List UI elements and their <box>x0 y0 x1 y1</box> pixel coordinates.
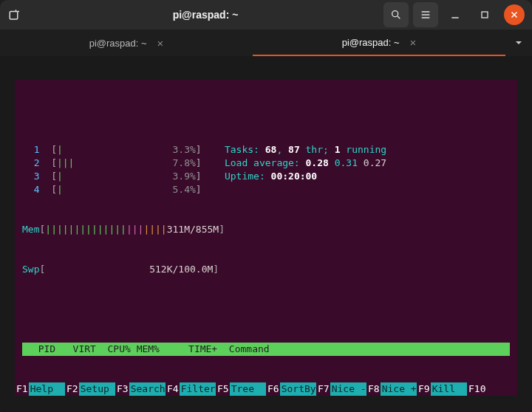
tab-menu-button[interactable] <box>505 30 532 56</box>
fn-F1[interactable]: F1Help <box>15 382 65 396</box>
close-icon[interactable]: × <box>410 36 417 49</box>
tab-label: pi@raspad: ~ <box>89 38 147 49</box>
fn-F7[interactable]: F7Nice - <box>316 382 366 396</box>
svg-rect-0 <box>10 12 18 20</box>
cpu-meter-4: 4 [| 5.4%] <box>22 183 510 196</box>
close-button[interactable] <box>504 4 525 25</box>
new-tab-button[interactable] <box>0 0 30 30</box>
mem-meter: Mem[|||||||||||||||||||||311M/855M] <box>22 223 510 236</box>
terminal-viewport[interactable]: 1 [| 3.3%] Tasks: 68, 87 thr; 1 running2… <box>15 80 517 396</box>
fn-F3[interactable]: F3Search <box>115 382 166 396</box>
htop: 1 [| 3.3%] Tasks: 68, 87 thr; 1 running2… <box>15 106 517 396</box>
fn-F4[interactable]: F4Filter <box>166 382 216 396</box>
minimize-button[interactable] <box>443 2 468 27</box>
fn-F2[interactable]: F2Setup <box>65 382 115 396</box>
tab-label: pi@raspad: ~ <box>342 37 400 48</box>
process-header[interactable]: PID VIRT CPU% MEM% TIME+ Command <box>22 343 510 356</box>
swap-meter: Swp[ 512K/100.0M] <box>22 263 510 276</box>
cpu-meter-3: 3 [| 3.9%] Uptime: 00:20:00 <box>22 170 510 183</box>
search-button[interactable] <box>383 2 409 27</box>
fn-F10[interactable]: F10 <box>467 382 517 396</box>
hamburger-menu-button[interactable] <box>413 2 438 27</box>
window-title: pi@raspad: ~ <box>173 9 239 21</box>
maximize-button[interactable] <box>472 2 497 27</box>
tab-strip: pi@raspad: ~ × pi@raspad: ~ × <box>0 30 532 56</box>
fn-F9[interactable]: F9Kill <box>417 382 467 396</box>
cpu-meter-2: 2 [||| 7.8%] Load average: 0.28 0.31 0.2… <box>22 157 510 170</box>
tab-1[interactable]: pi@raspad: ~ × <box>253 30 505 56</box>
titlebar: pi@raspad: ~ <box>0 0 532 30</box>
close-icon[interactable]: × <box>157 37 164 49</box>
tab-0[interactable]: pi@raspad: ~ × <box>0 30 253 56</box>
function-key-bar: F1Help F2Setup F3SearchF4FilterF5Tree F6… <box>15 382 517 396</box>
svg-point-1 <box>392 11 398 17</box>
terminal-window: pi@raspad: ~ pi@raspad: ~ × pi@raspad: ~… <box>0 0 532 412</box>
fn-F6[interactable]: F6SortBy <box>266 382 316 396</box>
fn-F8[interactable]: F8Nice + <box>366 382 417 396</box>
fn-F5[interactable]: F5Tree <box>216 382 266 396</box>
cpu-meter-1: 1 [| 3.3%] Tasks: 68, 87 thr; 1 running <box>22 143 510 157</box>
cpu-meters: 1 [| 3.3%] Tasks: 68, 87 thr; 1 running2… <box>22 143 510 196</box>
svg-rect-2 <box>482 12 488 18</box>
